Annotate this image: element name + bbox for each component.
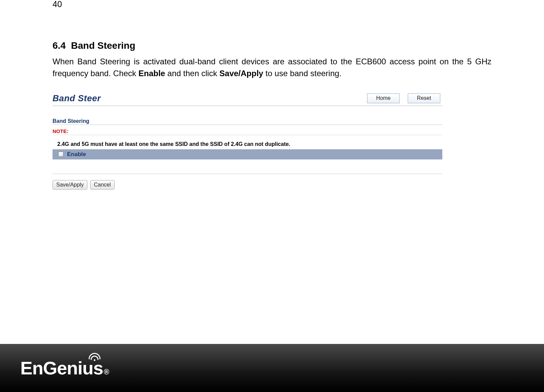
heading-title: Band Steering xyxy=(71,40,136,51)
footer-bar: EnGenius® xyxy=(0,344,544,392)
page-number: 40 xyxy=(53,0,491,9)
enable-label: Enable xyxy=(67,151,86,158)
section-heading: 6.4 Band Steering xyxy=(53,40,491,51)
body-bold-enable: Enable xyxy=(139,69,165,78)
enable-row: Enable xyxy=(53,149,442,159)
home-button[interactable]: Home xyxy=(367,93,400,103)
enable-checkbox[interactable] xyxy=(58,152,63,157)
admin-title: Band Steer xyxy=(53,93,101,104)
admin-subheading: Band Steering xyxy=(53,118,442,125)
registered-mark: ® xyxy=(104,368,109,376)
body-part3: to use band steering. xyxy=(263,69,342,78)
note-label: NOTE: xyxy=(53,128,442,135)
reset-button[interactable]: Reset xyxy=(408,93,440,103)
divider xyxy=(53,174,442,174)
admin-header: Band Steer Home Reset xyxy=(53,93,442,106)
admin-top-buttons: Home Reset xyxy=(367,93,440,103)
body-part2: and then click xyxy=(165,69,219,78)
body-paragraph: When Band Steering is activated dual-ban… xyxy=(53,56,491,80)
heading-number: 6.4 xyxy=(53,40,66,51)
save-apply-button[interactable]: Save/Apply xyxy=(53,180,87,190)
cancel-button[interactable]: Cancel xyxy=(90,180,115,190)
admin-panel: Band Steer Home Reset Band Steering NOTE… xyxy=(53,93,442,190)
action-buttons: Save/Apply Cancel xyxy=(53,180,442,190)
brand-logo: EnGenius® xyxy=(20,357,109,378)
body-bold-save: Save/Apply xyxy=(219,69,263,78)
note-text: 2.4G and 5G must have at least one the s… xyxy=(57,141,442,147)
brand-part2: ius xyxy=(78,357,103,378)
brand-part1: EnGen xyxy=(20,357,78,378)
